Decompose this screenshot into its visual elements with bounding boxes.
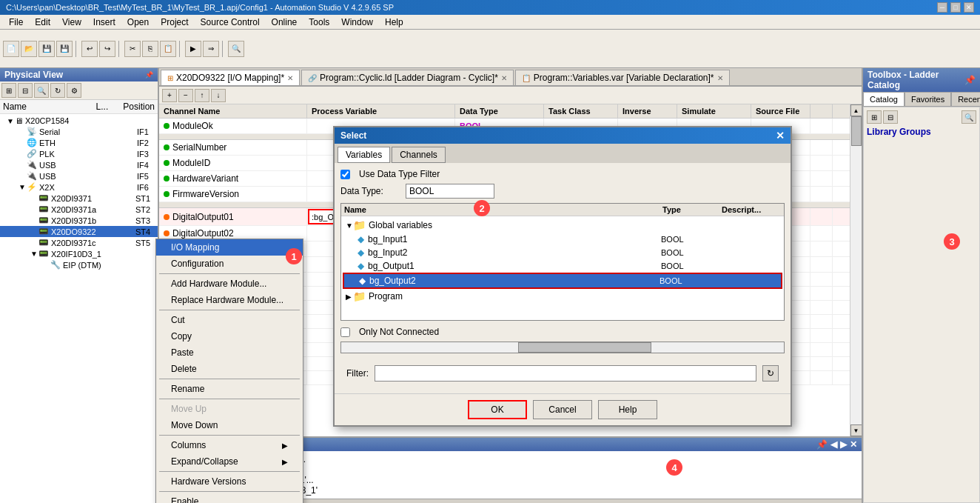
dialog-tree-bgoutput2[interactable]: ◆ bg_Output2 BOOL bbox=[343, 273, 782, 289]
scroll-down[interactable]: ▼ bbox=[850, 424, 862, 436]
expand-x20if10d3[interactable]: ▼ bbox=[30, 250, 38, 259]
tab-variables[interactable]: 📋 Program::Variables.var [Variable Decla… bbox=[515, 70, 730, 85]
toolbox-tab-favorites[interactable]: Favorites bbox=[905, 92, 951, 107]
tree-item-x20di9371c[interactable]: ▶ 📟 X20DI9371c ST5 bbox=[0, 237, 158, 248]
tab-close-ladder[interactable]: ✕ bbox=[501, 74, 507, 82]
menu-online[interactable]: Online bbox=[266, 16, 303, 29]
maximize-button[interactable]: □ bbox=[950, 2, 961, 13]
dialog-tree-program[interactable]: ▶ 📁 Program bbox=[343, 289, 782, 304]
tab-io-mapping[interactable]: ⊞ X20DO9322 [I/O Mapping]* ✕ bbox=[161, 70, 300, 85]
menu-edit[interactable]: Edit bbox=[29, 16, 56, 29]
menu-window[interactable]: Window bbox=[335, 16, 379, 29]
physical-view-pin[interactable]: 📌 bbox=[145, 71, 153, 79]
menu-view[interactable]: View bbox=[56, 16, 87, 29]
close-button[interactable]: ✕ bbox=[964, 2, 974, 13]
dialog-tab-variables[interactable]: Variables bbox=[338, 147, 390, 163]
expand-global[interactable]: ▼ bbox=[346, 221, 352, 230]
ctx-copy[interactable]: Copy bbox=[156, 328, 303, 344]
io-scrollbar[interactable]: ▲ ▼ bbox=[850, 104, 862, 436]
tree-toolbar-btn2[interactable]: ⊟ bbox=[18, 83, 33, 98]
tree-item-serial[interactable]: ▶ 📡 Serial IF1 bbox=[0, 126, 158, 137]
menu-file[interactable]: File bbox=[3, 16, 29, 29]
tree-toolbar-btn5[interactable]: ⚙ bbox=[67, 83, 81, 98]
tree-item-x2x[interactable]: ▼ ⚡ X2X IF6 bbox=[0, 181, 158, 193]
scroll-up[interactable]: ▲ bbox=[850, 104, 862, 116]
toolbar-save-all[interactable]: 💾 bbox=[56, 41, 73, 57]
tree-item-usb1[interactable]: ▶ 🔌 USB IF4 bbox=[0, 159, 158, 170]
dialog-tree-bgoutput1[interactable]: ◆ bg_Output1 BOOL bbox=[343, 259, 782, 273]
dialog-tree-bginput2[interactable]: ◆ bg_Input2 BOOL bbox=[343, 246, 782, 259]
tree-item-x20di9371[interactable]: ▶ 📟 X20DI9371 ST1 bbox=[0, 193, 158, 204]
toolbar-save[interactable]: 💾 bbox=[38, 41, 55, 57]
tree-item-x20cp1584[interactable]: ▼ 🖥 X20CP1584 bbox=[0, 116, 158, 126]
dialog-tree-bginput1[interactable]: ◆ bg_Input1 BOOL bbox=[343, 233, 782, 246]
tree-toolbar-btn3[interactable]: 🔍 bbox=[34, 83, 49, 98]
filter-btn[interactable]: ↻ bbox=[762, 365, 779, 382]
menu-tools[interactable]: Tools bbox=[303, 16, 335, 29]
output-pin[interactable]: 📌 bbox=[816, 439, 828, 450]
toolbox-btn2[interactable]: ⊟ bbox=[883, 110, 898, 124]
menu-source-control[interactable]: Source Control bbox=[195, 16, 266, 29]
dialog-hscrollbar[interactable] bbox=[340, 342, 785, 353]
ctx-rename[interactable]: Rename bbox=[156, 381, 303, 397]
dialog-cancel-button[interactable]: Cancel bbox=[533, 400, 592, 419]
io-btn-delete[interactable]: − bbox=[178, 89, 193, 102]
toolbox-btn1[interactable]: ⊞ bbox=[867, 110, 882, 124]
toolbar-new[interactable]: 📄 bbox=[3, 41, 19, 57]
toolbar-transfer[interactable]: ⇒ bbox=[203, 41, 219, 57]
toolbox-btn3[interactable]: 🔍 bbox=[961, 110, 976, 124]
dialog-help-button[interactable]: Help bbox=[598, 400, 657, 419]
toolbox-tab-recent[interactable]: Recent bbox=[951, 92, 980, 107]
menu-help[interactable]: Help bbox=[379, 16, 409, 29]
tab-close-var[interactable]: ✕ bbox=[717, 74, 723, 82]
ctx-columns[interactable]: Columns ▶ bbox=[156, 437, 303, 453]
minimize-button[interactable]: ─ bbox=[937, 2, 947, 13]
expand-program[interactable]: ▶ bbox=[346, 293, 352, 301]
dialog-tree-global[interactable]: ▼ 📁 Global variables bbox=[343, 218, 782, 233]
output-close2[interactable]: ✕ bbox=[850, 439, 857, 450]
scroll-track[interactable] bbox=[850, 116, 862, 424]
tree-item-x20if10d3[interactable]: ▼ 📟 X20IF10D3_1 bbox=[0, 248, 158, 259]
output-nav1[interactable]: ◀ bbox=[830, 439, 837, 450]
tree-toolbar-btn1[interactable]: ⊞ bbox=[1, 83, 16, 98]
ctx-cut[interactable]: Cut bbox=[156, 312, 303, 328]
dialog-ok-button[interactable]: OK bbox=[468, 400, 527, 419]
tab-close-io[interactable]: ✕ bbox=[287, 74, 293, 82]
io-btn-up[interactable]: ↑ bbox=[195, 89, 209, 102]
filter-input[interactable] bbox=[375, 365, 756, 382]
tree-item-x20di9371a[interactable]: ▶ 📟 X20DI9371a ST2 bbox=[0, 204, 158, 215]
ctx-delete[interactable]: Delete bbox=[156, 361, 303, 377]
only-not-connected-checkbox[interactable] bbox=[340, 327, 350, 337]
use-dtype-filter-checkbox[interactable] bbox=[340, 170, 350, 179]
toolbar-undo[interactable]: ↩ bbox=[81, 41, 98, 57]
expand-x20cp1584[interactable]: ▼ bbox=[6, 116, 15, 125]
toolbar-debug[interactable]: 🔍 bbox=[228, 41, 244, 57]
tree-item-eip[interactable]: ▶ 🔧 EIP (DTM) bbox=[0, 259, 158, 270]
dialog-close-btn[interactable]: ✕ bbox=[776, 130, 785, 141]
toolbox-tab-catalog[interactable]: Catalog bbox=[863, 92, 905, 107]
io-btn-add[interactable]: + bbox=[162, 89, 177, 102]
toolbar-open[interactable]: 📂 bbox=[21, 41, 37, 57]
dtype-input[interactable] bbox=[406, 184, 494, 199]
menu-open[interactable]: Open bbox=[121, 16, 155, 29]
toolbox-pin[interactable]: 📌 bbox=[964, 75, 976, 85]
toolbar-cut[interactable]: ✂ bbox=[124, 41, 141, 57]
tree-item-x20do9322[interactable]: ▶ 📟 X20DO9322 ST4 bbox=[0, 226, 158, 237]
ctx-configuration[interactable]: Configuration bbox=[156, 256, 303, 272]
tree-item-eth[interactable]: ▶ 🌐 ETH IF2 bbox=[0, 137, 158, 148]
output-nav2[interactable]: ▶ bbox=[840, 439, 847, 450]
ctx-move-down[interactable]: Move Down bbox=[156, 417, 303, 433]
ctx-replace-hw[interactable]: Replace Hardware Module... bbox=[156, 292, 303, 308]
menu-insert[interactable]: Insert bbox=[87, 16, 121, 29]
ctx-add-hw[interactable]: Add Hardware Module... bbox=[156, 276, 303, 292]
dialog-tab-channels[interactable]: Channels bbox=[392, 147, 446, 163]
tree-toolbar-btn4[interactable]: ↻ bbox=[50, 83, 65, 98]
ctx-io-mapping[interactable]: I/O Mapping bbox=[156, 239, 303, 256]
tree-item-usb2[interactable]: ▶ 🔌 USB IF5 bbox=[0, 170, 158, 181]
ctx-hw-versions[interactable]: Hardware Versions bbox=[156, 473, 303, 490]
ctx-enable[interactable]: Enable bbox=[156, 493, 303, 503]
ctx-paste[interactable]: Paste bbox=[156, 344, 303, 361]
tab-ladder[interactable]: 🔗 Program::Cyclic.ld [Ladder Diagram - C… bbox=[301, 70, 514, 85]
toolbar-paste[interactable]: 📋 bbox=[160, 41, 176, 57]
toolbar-build[interactable]: ▶ bbox=[185, 41, 201, 57]
